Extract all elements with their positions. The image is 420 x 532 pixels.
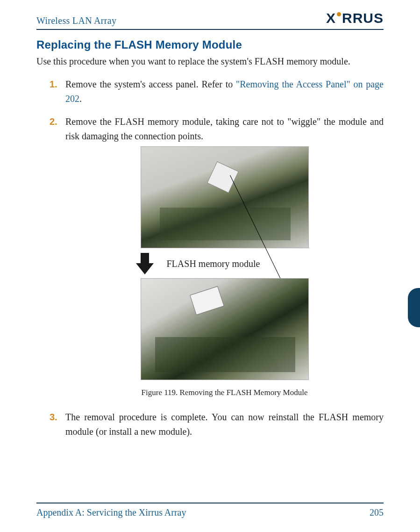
footer-row: Appendix A: Servicing the Xirrus Array 2… xyxy=(36,507,384,518)
step-number: 1. xyxy=(50,77,57,92)
figure-callout-label: FLASH memory module xyxy=(167,257,260,271)
step-text-after: . xyxy=(79,93,82,104)
section-tab-marker xyxy=(408,288,420,327)
figure-arrow-row: FLASH memory module xyxy=(94,253,356,274)
photo-placeholder-icon xyxy=(141,147,309,249)
figure-photo-bottom xyxy=(141,278,309,380)
down-arrow-icon xyxy=(136,253,154,274)
steps-list: 1. Remove the system's access panel. Ref… xyxy=(50,77,384,439)
intro-paragraph: Use this procedure when you want to repl… xyxy=(36,54,384,69)
photo-placeholder-icon xyxy=(141,279,309,381)
svg-rect-3 xyxy=(190,286,224,315)
step-text: Remove the system's access panel. Refer … xyxy=(65,79,236,89)
logo-text-left: X xyxy=(326,10,336,26)
figure-photo-top xyxy=(141,146,309,248)
logo-dot-icon xyxy=(337,12,341,16)
header-bar: Wireless LAN Array X RRUS xyxy=(36,10,384,26)
step-2: 2. Remove the FLASH memory module, takin… xyxy=(50,115,384,402)
section-heading: Replacing the FLASH Memory Module xyxy=(36,38,384,51)
step-3: 3. The removal procedure is complete. Yo… xyxy=(50,410,384,439)
footer-page-number: 205 xyxy=(370,507,384,518)
document-title: Wireless LAN Array xyxy=(36,15,116,26)
footer-appendix: Appendix A: Servicing the Xirrus Array xyxy=(36,507,186,518)
figure-caption: Figure 119. Removing the FLASH Memory Mo… xyxy=(142,387,308,399)
brand-logo: X RRUS xyxy=(326,10,384,26)
svg-rect-2 xyxy=(155,337,295,372)
step-number: 3. xyxy=(50,410,57,424)
logo-text-right: RRUS xyxy=(342,10,384,26)
step-text: Remove the FLASH memory module, taking c… xyxy=(65,116,384,141)
header-rule xyxy=(36,29,384,30)
footer: Appendix A: Servicing the Xirrus Array 2… xyxy=(36,503,384,518)
step-number: 2. xyxy=(50,115,57,129)
step-1: 1. Remove the system's access panel. Ref… xyxy=(50,77,384,106)
footer-rule xyxy=(36,503,384,503)
svg-rect-0 xyxy=(160,208,291,240)
page: Wireless LAN Array X RRUS Replacing the … xyxy=(0,0,420,532)
step-text: The removal procedure is complete. You c… xyxy=(65,412,384,437)
svg-rect-1 xyxy=(207,162,238,193)
figure-block: FLASH memory module Figure 119. Removing… xyxy=(65,146,384,402)
